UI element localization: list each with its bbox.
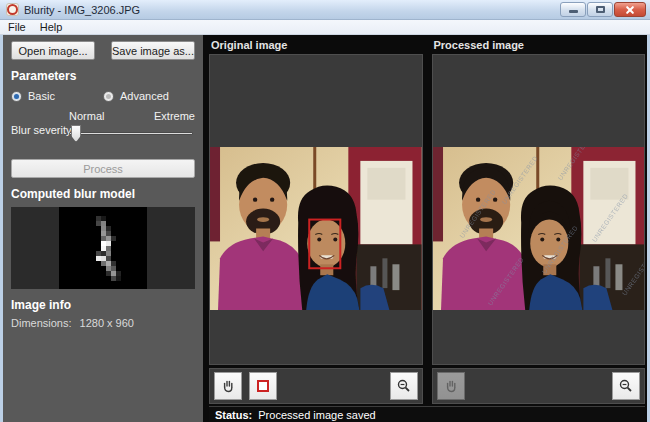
original-image-panel: Original image <box>209 37 423 404</box>
original-photo[interactable] <box>210 147 422 310</box>
hand-tool-icon <box>443 378 459 394</box>
radio-basic[interactable]: Basic <box>11 90 103 102</box>
blur-severity-thumb[interactable] <box>71 125 81 142</box>
minimize-icon <box>569 10 578 13</box>
blur-severity-track[interactable] <box>69 132 193 135</box>
processed-panel-title: Processed image <box>432 37 646 54</box>
title-bar[interactable]: Blurity - IMG_3206.JPG <box>0 0 650 20</box>
parameters-heading: Parameters <box>11 69 195 83</box>
processed-zoom-out-button[interactable] <box>612 372 640 400</box>
status-message: Processed image saved <box>258 409 375 421</box>
radio-advanced-label: Advanced <box>120 90 169 102</box>
maximize-button[interactable] <box>587 2 613 17</box>
slider-min-label: Normal <box>69 110 104 122</box>
blur-model-image <box>59 207 147 289</box>
radio-basic-label: Basic <box>28 90 55 102</box>
blurity-window: Blurity - IMG_3206.JPG File Help Open im… <box>0 0 650 422</box>
status-label: Status: <box>215 409 252 421</box>
dimensions-label: Dimensions: <box>11 317 72 329</box>
hand-tool-icon <box>220 378 236 394</box>
blur-kernel-grid <box>86 216 121 281</box>
window-title: Blurity - IMG_3206.JPG <box>24 4 560 16</box>
close-button[interactable] <box>614 2 646 17</box>
image-info-heading: Image info <box>11 298 195 312</box>
processed-image-panel: Processed image <box>432 37 646 404</box>
save-image-button[interactable]: Save image as... <box>111 41 195 60</box>
original-panel-title: Original image <box>209 37 423 54</box>
process-button[interactable]: Process <box>11 159 195 178</box>
menu-file[interactable]: File <box>8 21 26 33</box>
status-bar: Status: Processed image saved <box>209 406 645 422</box>
dimensions-value: 1280 x 960 <box>80 317 134 329</box>
region-select-icon <box>255 378 271 394</box>
original-viewport[interactable] <box>209 54 423 365</box>
original-toolbar <box>209 368 423 404</box>
parameters-sidebar: Open image... Save image as... Parameter… <box>3 35 203 422</box>
blur-severity-label: Blur severity <box>11 124 72 136</box>
hand-tool-button[interactable] <box>214 372 242 400</box>
close-icon <box>625 5 635 15</box>
app-icon <box>6 3 19 16</box>
processed-toolbar <box>432 368 646 404</box>
menu-help[interactable]: Help <box>40 21 63 33</box>
blur-model-heading: Computed blur model <box>11 187 195 201</box>
open-image-button[interactable]: Open image... <box>11 41 95 60</box>
radio-advanced[interactable]: Advanced <box>103 90 195 102</box>
menu-bar: File Help <box>0 20 650 35</box>
maximize-icon <box>596 6 605 13</box>
slider-max-label: Extreme <box>154 110 195 122</box>
image-area: Original image <box>203 35 647 422</box>
processed-photo[interactable]: UNREGISTERED UNREGISTERED UNREGISTERED U… <box>433 147 645 310</box>
zoom-out-icon <box>396 378 412 394</box>
processed-hand-tool-button[interactable] <box>437 372 465 400</box>
minimize-button[interactable] <box>560 2 586 17</box>
processed-viewport[interactable]: UNREGISTERED UNREGISTERED UNREGISTERED U… <box>432 54 646 365</box>
original-zoom-out-button[interactable] <box>390 372 418 400</box>
blur-severity-slider-block: Normal Extreme Blur severity <box>11 110 195 150</box>
region-select-button[interactable] <box>249 372 277 400</box>
radio-basic-control[interactable] <box>11 91 22 102</box>
blur-model-display <box>11 207 195 289</box>
radio-advanced-control[interactable] <box>103 91 114 102</box>
zoom-out-icon <box>618 378 634 394</box>
